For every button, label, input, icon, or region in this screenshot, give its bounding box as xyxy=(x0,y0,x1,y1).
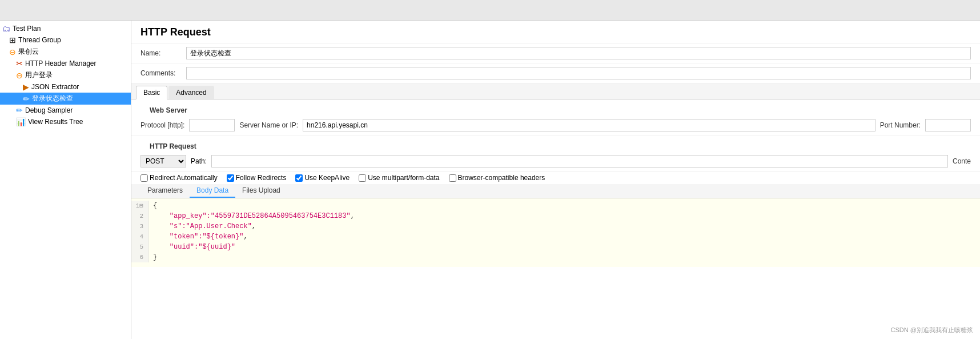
left-panel: 🗂 Test Plan ⊞ Thread Group ⊖ 果创云 ✂ HTTP … xyxy=(0,21,131,339)
path-label: Path: xyxy=(191,157,207,165)
line-num-3: 3 xyxy=(131,221,148,232)
watermark: CSDN @别追我我有止咳糖浆 xyxy=(891,326,973,334)
tree-item-label: Debug Sampler xyxy=(25,106,73,114)
tree-item-thread-group[interactable]: ⊞ Thread Group xyxy=(0,34,131,46)
browser-compat-label: Browser-compatible headers xyxy=(458,174,545,182)
use-keepalive-item[interactable]: Use KeepAlive xyxy=(295,174,350,182)
tree-item-view-results-tree[interactable]: 📊 View Results Tree xyxy=(0,116,131,127)
port-input[interactable] xyxy=(925,119,971,131)
comments-row: Comments: xyxy=(131,63,980,83)
listener-icon: 📊 xyxy=(16,117,26,126)
extractor-icon: ▶ xyxy=(23,82,29,91)
web-server-section: Web Server Protocol [http]: Server Name … xyxy=(131,99,980,135)
code-content-5: "uuid":"${uuid}" xyxy=(153,242,980,252)
tree-item-guo-chuang-yun[interactable]: ⊖ 果创云 xyxy=(0,46,131,58)
key-app_key: "app_key":"4559731DE52864A5095463754E3C1… xyxy=(170,212,351,220)
line-num-2: 2 xyxy=(131,211,148,221)
follow-redirects-item[interactable]: Follow Redirects xyxy=(227,174,287,182)
protocol-input[interactable] xyxy=(189,119,235,131)
http-request-title: HTTP Request xyxy=(140,139,971,153)
line-num-4: 4 xyxy=(131,232,148,242)
code-line-4: 4 "token":"${token}", xyxy=(131,232,980,242)
code-line-5: 5 "uuid":"${uuid}" xyxy=(131,242,980,252)
content-label: Conte xyxy=(953,157,971,165)
redirect-auto-item[interactable]: Redirect Automatically xyxy=(140,174,218,182)
code-content-1: { xyxy=(153,201,980,211)
code-area[interactable]: 1⊟ { 2 "app_key":"4559731DE52864A5095463… xyxy=(131,198,980,267)
tree-item-label: 登录状态检查 xyxy=(32,94,73,103)
code-line-2: 2 "app_key":"4559731DE52864A5095463754E3… xyxy=(131,211,980,221)
code-content-2: "app_key":"4559731DE52864A5095463754E3C1… xyxy=(153,211,980,221)
sub-tab-parameters[interactable]: Parameters xyxy=(140,184,190,198)
testplan-icon: 🗂 xyxy=(2,24,10,33)
server-label: Server Name or IP: xyxy=(239,121,298,129)
follow-redirects-label: Follow Redirects xyxy=(236,174,287,182)
code-content-3: "s":"App.User.Check", xyxy=(153,221,980,232)
key-s: "s":"App.User.Check" xyxy=(170,222,252,230)
tree-item-label: Thread Group xyxy=(18,36,61,44)
sampler-icon: ✏ xyxy=(23,94,30,103)
tab-basic[interactable]: Basic xyxy=(136,86,167,99)
use-multipart-checkbox[interactable] xyxy=(359,174,366,182)
tab-advanced[interactable]: Advanced xyxy=(168,86,214,99)
name-label: Name: xyxy=(140,49,186,57)
loop-icon: ⊖ xyxy=(9,47,16,57)
folder-icon: ⊖ xyxy=(16,71,23,80)
use-multipart-label: Use multipart/form-data xyxy=(368,174,439,182)
tree-item-debug-sampler[interactable]: ✏ Debug Sampler xyxy=(0,105,131,116)
tree-item-test-plan[interactable]: 🗂 Test Plan xyxy=(0,23,131,34)
key-uuid: "uuid":"${uuid}" xyxy=(170,243,235,251)
path-input[interactable] xyxy=(211,155,948,167)
threadgroup-icon: ⊞ xyxy=(9,35,16,45)
name-input[interactable] xyxy=(186,47,971,59)
tree-item-label: 用户登录 xyxy=(25,70,53,80)
code-line-1: 1⊟ { xyxy=(131,201,980,211)
key-token: "token":"${token}" xyxy=(170,233,244,241)
sub-tabs: Parameters Body Data Files Upload xyxy=(131,184,980,198)
browser-compat-item[interactable]: Browser-compatible headers xyxy=(449,174,545,182)
right-panel: HTTP Request Name: Comments: Basic Advan… xyxy=(131,21,980,339)
code-content-4: "token":"${token}", xyxy=(153,232,980,242)
port-label: Port Number: xyxy=(880,121,921,129)
panel-title: HTTP Request xyxy=(131,21,980,43)
line-num-1: 1⊟ xyxy=(131,201,148,211)
checkboxes-row: Redirect Automatically Follow Redirects … xyxy=(131,171,980,184)
use-multipart-item[interactable]: Use multipart/form-data xyxy=(359,174,439,182)
sub-tab-body-data[interactable]: Body Data xyxy=(190,184,235,198)
http-request-section: HTTP Request POST GET PUT DELETE Path: C… xyxy=(131,135,980,171)
code-content-6: } xyxy=(153,252,980,262)
redirect-auto-checkbox[interactable] xyxy=(140,174,148,182)
redirect-auto-label: Redirect Automatically xyxy=(150,174,218,182)
web-server-title: Web Server xyxy=(140,103,971,117)
tree-item-denglu-zhuangtai[interactable]: ✏ 登录状态检查 xyxy=(0,93,131,105)
line-num-6: 6 xyxy=(131,252,148,262)
server-input[interactable] xyxy=(303,119,875,131)
line-num-5: 5 xyxy=(131,242,148,252)
comments-label: Comments: xyxy=(140,69,186,77)
tree-item-label: View Results Tree xyxy=(28,118,83,126)
browser-compat-checkbox[interactable] xyxy=(449,174,456,182)
header-manager-icon: ✂ xyxy=(16,59,23,68)
use-keepalive-label: Use KeepAlive xyxy=(304,174,350,182)
tree-item-label: JSON Extractor xyxy=(31,83,79,91)
tree-item-http-header-manager[interactable]: ✂ HTTP Header Manager xyxy=(0,58,131,69)
code-line-3: 3 "s":"App.User.Check", xyxy=(131,221,980,232)
main-tabs: Basic Advanced xyxy=(131,83,980,99)
method-select[interactable]: POST GET PUT DELETE xyxy=(140,155,186,167)
tree-item-label: Test Plan xyxy=(13,25,41,33)
tree-item-label: HTTP Header Manager xyxy=(25,59,97,67)
code-line-6: 6 } xyxy=(131,252,980,262)
tree-item-yong-hu-denglu[interactable]: ⊖ 用户登录 xyxy=(0,69,131,81)
tree-item-label: 果创云 xyxy=(18,47,39,57)
name-row: Name: xyxy=(131,43,980,63)
use-keepalive-checkbox[interactable] xyxy=(295,174,303,182)
comments-input[interactable] xyxy=(186,67,971,79)
protocol-label: Protocol [http]: xyxy=(140,121,184,129)
debug-icon: ✏ xyxy=(16,106,23,115)
tree-item-json-extractor[interactable]: ▶ JSON Extractor xyxy=(0,81,131,93)
follow-redirects-checkbox[interactable] xyxy=(227,174,234,182)
sub-tab-files-upload[interactable]: Files Upload xyxy=(235,184,287,198)
toolbar xyxy=(0,0,980,21)
